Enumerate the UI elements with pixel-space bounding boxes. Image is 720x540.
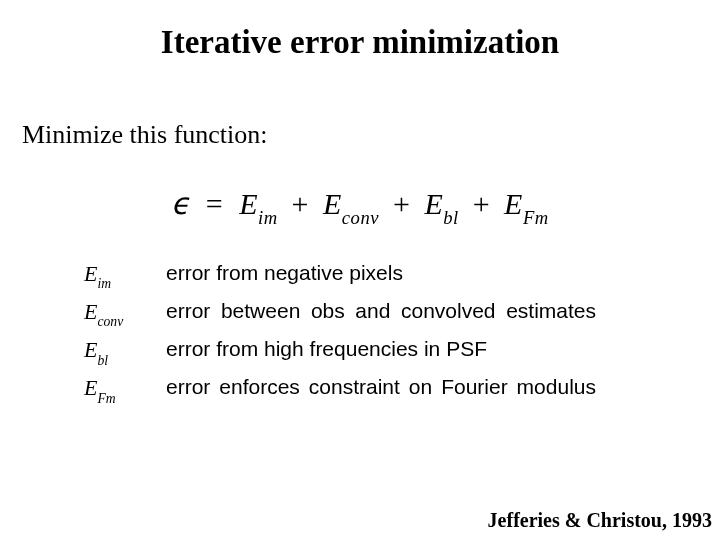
definition-symbol: Eim [84, 258, 166, 292]
symbol-epsilon: ϵ [171, 187, 190, 220]
equation: ϵ = Eim + Econv + Ebl + EFm [171, 186, 548, 226]
term-Econv: Econv [323, 187, 379, 220]
definition-row: Econv error between obs and convolved es… [84, 296, 596, 330]
slide-subtitle: Minimize this function: [22, 120, 268, 150]
definition-row: EFm error enforces constraint on Fourier… [84, 372, 596, 406]
term-Ebl: Ebl [424, 187, 458, 220]
citation: Jefferies & Christou, 1993 [488, 509, 712, 532]
slide-title: Iterative error minimization [0, 24, 720, 61]
definition-text: error from negative pixels [166, 258, 596, 288]
definition-text: error from high frequencies in PSF [166, 334, 596, 364]
term-definitions: Eim error from negative pixels Econv err… [84, 258, 596, 411]
definition-symbol: Ebl [84, 334, 166, 368]
definition-symbol: EFm [84, 372, 166, 406]
definition-row: Eim error from negative pixels [84, 258, 596, 292]
definition-row: Ebl error from high frequencies in PSF [84, 334, 596, 368]
definition-text: error between obs and convolved estimate… [166, 296, 596, 326]
term-EFm: EFm [504, 187, 549, 220]
slide: Iterative error minimization Minimize th… [0, 0, 720, 540]
definition-symbol: Econv [84, 296, 166, 330]
equation-block: ϵ = Eim + Econv + Ebl + EFm [0, 186, 720, 226]
term-Eim: Eim [239, 187, 277, 220]
definition-text: error enforces constraint on Fourier mod… [166, 372, 596, 402]
